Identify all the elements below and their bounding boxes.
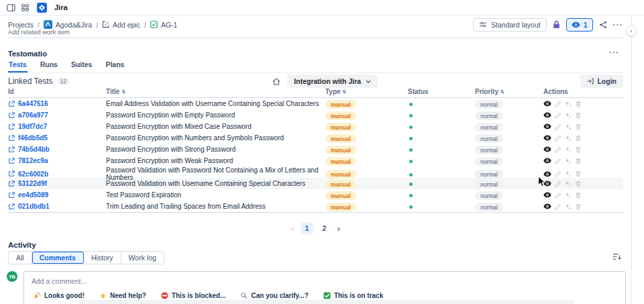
comment-input[interactable]: Add a comment... bbox=[32, 277, 625, 285]
delete-test-button[interactable] bbox=[575, 123, 582, 130]
test-id-link[interactable]: 53122d9f bbox=[8, 180, 106, 187]
activity-tab-history[interactable]: History bbox=[84, 252, 121, 264]
next-page-button[interactable]: › bbox=[336, 224, 341, 233]
test-id: 19df7dc7 bbox=[18, 123, 47, 130]
delete-test-button[interactable] bbox=[575, 112, 582, 119]
lock-icon[interactable] bbox=[553, 20, 560, 29]
ai-generate-button[interactable] bbox=[565, 181, 572, 187]
app-switcher-icon[interactable] bbox=[21, 4, 29, 11]
edit-test-button[interactable] bbox=[555, 135, 561, 142]
activity-tab-work-log[interactable]: Work log bbox=[121, 252, 164, 264]
ai-generate-button[interactable] bbox=[565, 112, 572, 119]
test-id-link[interactable]: 74b5d4bb bbox=[8, 146, 106, 153]
status-dot bbox=[409, 173, 413, 176]
section-divider bbox=[8, 38, 623, 38]
quick-reply-button[interactable]: This is on track bbox=[323, 292, 383, 299]
ai-generate-button[interactable] bbox=[565, 123, 572, 130]
edit-test-button[interactable] bbox=[555, 181, 561, 187]
breadcrumb-item[interactable]: Projects bbox=[8, 21, 34, 29]
view-test-button[interactable] bbox=[543, 112, 551, 118]
delete-test-button[interactable] bbox=[575, 146, 582, 153]
quick-reply-button[interactable]: Need help? bbox=[99, 292, 146, 299]
activity-tab-all[interactable]: All bbox=[9, 252, 32, 264]
external-link-icon bbox=[8, 170, 15, 177]
share-icon[interactable] bbox=[599, 21, 607, 29]
column-header-priority[interactable]: Priority⇅ bbox=[475, 88, 543, 95]
test-id-link[interactable]: ee4d5089 bbox=[8, 191, 106, 199]
test-id-link[interactable]: a706a977 bbox=[8, 111, 106, 119]
standard-layout-button[interactable]: Standard layout bbox=[473, 18, 547, 32]
quick-reply-button[interactable]: Looks good! bbox=[34, 292, 85, 299]
edit-test-button[interactable] bbox=[555, 203, 561, 210]
test-id-link[interactable]: 6a447516 bbox=[8, 100, 106, 107]
delete-test-button[interactable] bbox=[575, 203, 582, 210]
ai-generate-button[interactable] bbox=[565, 158, 572, 164]
view-test-button[interactable] bbox=[543, 123, 551, 130]
type-badge: manual bbox=[325, 180, 356, 189]
watchers-count: 1 bbox=[584, 21, 588, 29]
more-actions-button[interactable]: ··· bbox=[613, 21, 624, 29]
home-icon[interactable] bbox=[272, 78, 280, 85]
breadcrumb-item[interactable]: AG-1 bbox=[150, 21, 178, 29]
tab-plans[interactable]: Plans bbox=[105, 60, 125, 72]
add-related-work-item[interactable]: Add related work item bbox=[8, 30, 70, 36]
delete-test-button[interactable] bbox=[575, 135, 582, 142]
test-id-link[interactable]: f46db5d5 bbox=[8, 134, 106, 142]
edit-test-button[interactable] bbox=[555, 158, 561, 164]
status-dot bbox=[409, 148, 413, 152]
view-test-button[interactable] bbox=[543, 158, 551, 164]
view-test-button[interactable] bbox=[543, 192, 551, 198]
delete-test-button[interactable] bbox=[575, 101, 582, 107]
delete-test-button[interactable] bbox=[575, 170, 582, 177]
ai-generate-button[interactable] bbox=[565, 135, 572, 142]
page-button-1[interactable]: 1 bbox=[301, 222, 313, 234]
jira-issue-screen: Jira + Create Limited users left ? YB Pr… bbox=[0, 0, 644, 304]
ai-generate-button[interactable] bbox=[565, 101, 572, 107]
testomatio-menu-button[interactable]: ··· bbox=[609, 48, 620, 56]
tab-runs[interactable]: Runs bbox=[40, 60, 58, 72]
delete-test-button[interactable] bbox=[575, 192, 582, 199]
breadcrumb-item[interactable]: Add epic bbox=[102, 21, 140, 29]
ai-generate-button[interactable] bbox=[565, 192, 572, 199]
waving-hand-icon bbox=[99, 292, 107, 299]
page-button-2[interactable]: 2 bbox=[319, 222, 331, 234]
test-id-link[interactable]: 7812ec9a bbox=[8, 157, 106, 164]
sort-order-icon[interactable] bbox=[612, 253, 621, 260]
view-test-button[interactable] bbox=[543, 146, 551, 152]
ai-generate-button[interactable] bbox=[565, 146, 572, 153]
test-id-link[interactable]: 62c6002b bbox=[8, 170, 106, 178]
view-test-button[interactable] bbox=[543, 101, 551, 107]
delete-test-button[interactable] bbox=[575, 181, 582, 187]
login-button[interactable]: Login bbox=[580, 74, 623, 88]
edit-test-button[interactable] bbox=[555, 170, 561, 177]
column-header-title[interactable]: Title⇅ bbox=[106, 88, 325, 95]
column-header-type[interactable]: Type⇅ bbox=[325, 88, 408, 95]
test-id-link[interactable]: 19df7dc7 bbox=[8, 123, 106, 130]
quick-reply-button[interactable]: Can you clarify...? bbox=[240, 292, 308, 299]
previous-page-button[interactable]: ‹ bbox=[290, 224, 295, 233]
comment-box[interactable]: Add a comment... Looks good!Need help?Th… bbox=[23, 271, 626, 304]
sidebar-toggle-icon[interactable] bbox=[7, 4, 15, 11]
edit-test-button[interactable] bbox=[555, 101, 561, 107]
collapse-panel-button[interactable]: ‹ bbox=[626, 26, 637, 36]
activity-tab-comments[interactable]: Comments bbox=[32, 252, 84, 264]
ai-generate-button[interactable] bbox=[565, 170, 572, 177]
check-mark-icon bbox=[323, 292, 331, 299]
tab-tests[interactable]: Tests bbox=[8, 60, 28, 72]
tab-suites[interactable]: Suites bbox=[70, 60, 93, 72]
edit-test-button[interactable] bbox=[555, 123, 561, 130]
watchers-button[interactable]: 1 bbox=[566, 18, 593, 32]
test-id-link[interactable]: 021dbdb1 bbox=[8, 203, 106, 210]
view-test-button[interactable] bbox=[543, 203, 551, 209]
quick-reply-button[interactable]: This is blocked... bbox=[161, 292, 226, 299]
edit-test-button[interactable] bbox=[555, 192, 561, 199]
integration-dropdown[interactable]: Integration with Jira bbox=[287, 74, 378, 88]
jira-logo-icon[interactable] bbox=[37, 3, 47, 13]
edit-test-button[interactable] bbox=[555, 146, 561, 153]
ai-generate-button[interactable] bbox=[565, 203, 572, 210]
edit-test-button[interactable] bbox=[555, 112, 561, 119]
test-id: a706a977 bbox=[18, 111, 48, 119]
delete-test-button[interactable] bbox=[575, 158, 582, 164]
view-test-button[interactable] bbox=[543, 135, 551, 141]
breadcrumb-item[interactable]: Agoda&Jira bbox=[44, 20, 92, 29]
